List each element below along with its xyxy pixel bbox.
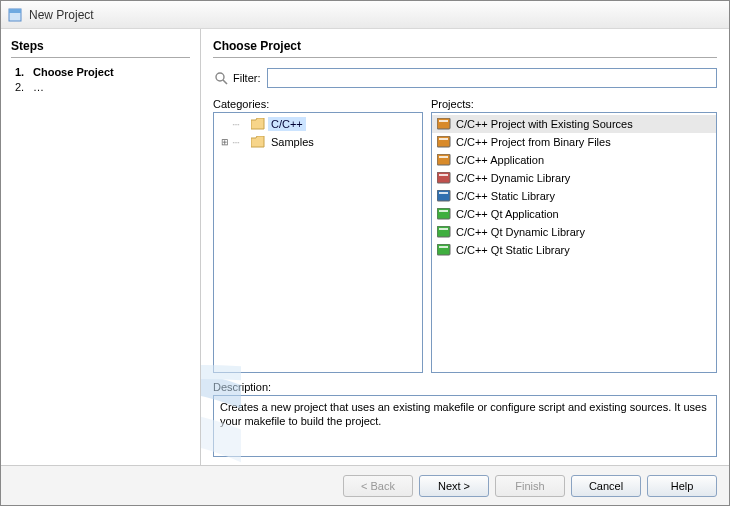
svg-rect-13 (439, 192, 448, 194)
project-item[interactable]: C/C++ Qt Dynamic Library (432, 223, 716, 241)
project-icon (436, 153, 452, 167)
filter-input[interactable] (267, 68, 718, 88)
svg-rect-1 (9, 9, 21, 13)
svg-rect-6 (437, 136, 450, 147)
svg-rect-15 (439, 210, 448, 212)
svg-rect-19 (439, 246, 448, 248)
project-item[interactable]: C/C++ Dynamic Library (432, 169, 716, 187)
tree-connector: ···· (232, 119, 250, 130)
step-number: 1. (15, 66, 33, 78)
project-label: C/C++ Project from Binary Files (456, 136, 611, 148)
step-item: 2.… (15, 81, 190, 93)
svg-rect-9 (439, 156, 448, 158)
app-icon (7, 7, 23, 23)
expand-icon[interactable]: ⊞ (218, 137, 232, 147)
svg-rect-7 (439, 138, 448, 140)
project-icon (436, 135, 452, 149)
categories-label: Categories: (213, 98, 423, 110)
filter-row: Filter: (213, 68, 717, 88)
project-icon (436, 207, 452, 221)
help-button[interactable]: Help (647, 475, 717, 497)
project-item[interactable]: C/C++ Qt Application (432, 205, 716, 223)
filter-label: Filter: (233, 72, 261, 84)
steps-list: 1.Choose Project2.… (11, 66, 190, 93)
step-label: Choose Project (33, 66, 114, 78)
tree-connector: ···· (232, 137, 250, 148)
finish-button[interactable]: Finish (495, 475, 565, 497)
projects-label: Projects: (431, 98, 717, 110)
project-item[interactable]: C/C++ Static Library (432, 187, 716, 205)
categories-column: Categories: ····C/C++⊞····Samples (213, 98, 423, 373)
main-heading: Choose Project (213, 39, 717, 58)
project-item[interactable]: C/C++ Qt Static Library (432, 241, 716, 259)
category-label: C/C++ (268, 117, 306, 131)
description-box: Creates a new project that uses an exist… (213, 395, 717, 457)
category-item[interactable]: ⊞····Samples (214, 133, 422, 151)
svg-rect-8 (437, 154, 450, 165)
project-icon (436, 171, 452, 185)
project-label: C/C++ Application (456, 154, 544, 166)
description-text: Creates a new project that uses an exist… (220, 401, 707, 427)
svg-rect-4 (437, 118, 450, 129)
titlebar[interactable]: New Project (1, 1, 729, 29)
project-icon (436, 243, 452, 257)
category-label: Samples (268, 135, 317, 149)
project-label: C/C++ Qt Application (456, 208, 559, 220)
project-label: C/C++ Project with Existing Sources (456, 118, 633, 130)
project-label: C/C++ Dynamic Library (456, 172, 570, 184)
back-button[interactable]: < Back (343, 475, 413, 497)
steps-pane: Steps 1.Choose Project2.… (1, 29, 201, 465)
svg-rect-14 (437, 208, 450, 219)
window-title: New Project (29, 8, 94, 22)
content-area: Steps 1.Choose Project2.… Choose Project… (1, 29, 729, 465)
svg-rect-11 (439, 174, 448, 176)
project-icon (436, 189, 452, 203)
projects-listbox[interactable]: C/C++ Project with Existing SourcesC/C++… (431, 112, 717, 373)
folder-icon (250, 117, 266, 131)
button-bar: < Back Next > Finish Cancel Help (1, 465, 729, 505)
folder-icon (250, 135, 266, 149)
project-label: C/C++ Static Library (456, 190, 555, 202)
new-project-wizard: New Project Steps 1.Choose Project2.… Ch… (0, 0, 730, 506)
svg-rect-10 (437, 172, 450, 183)
description-block: Description: Creates a new project that … (213, 381, 717, 457)
svg-line-3 (223, 80, 227, 84)
svg-point-2 (216, 73, 224, 81)
project-item[interactable]: C/C++ Application (432, 151, 716, 169)
project-label: C/C++ Qt Dynamic Library (456, 226, 585, 238)
svg-rect-18 (437, 244, 450, 255)
category-item[interactable]: ····C/C++ (214, 115, 422, 133)
lists-row: Categories: ····C/C++⊞····Samples Projec… (213, 98, 717, 373)
project-label: C/C++ Qt Static Library (456, 244, 570, 256)
steps-heading: Steps (11, 39, 190, 58)
svg-rect-5 (439, 120, 448, 122)
description-label: Description: (213, 381, 717, 393)
svg-rect-12 (437, 190, 450, 201)
project-icon (436, 117, 452, 131)
svg-rect-16 (437, 226, 450, 237)
main-pane: Choose Project Filter: Categories: ····C… (201, 29, 729, 465)
project-item[interactable]: C/C++ Project from Binary Files (432, 133, 716, 151)
project-icon (436, 225, 452, 239)
svg-rect-17 (439, 228, 448, 230)
categories-listbox[interactable]: ····C/C++⊞····Samples (213, 112, 423, 373)
step-label: … (33, 81, 44, 93)
step-number: 2. (15, 81, 33, 93)
step-item: 1.Choose Project (15, 66, 190, 78)
search-icon (213, 70, 229, 86)
projects-column: Projects: C/C++ Project with Existing So… (431, 98, 717, 373)
next-button[interactable]: Next > (419, 475, 489, 497)
cancel-button[interactable]: Cancel (571, 475, 641, 497)
project-item[interactable]: C/C++ Project with Existing Sources (432, 115, 716, 133)
